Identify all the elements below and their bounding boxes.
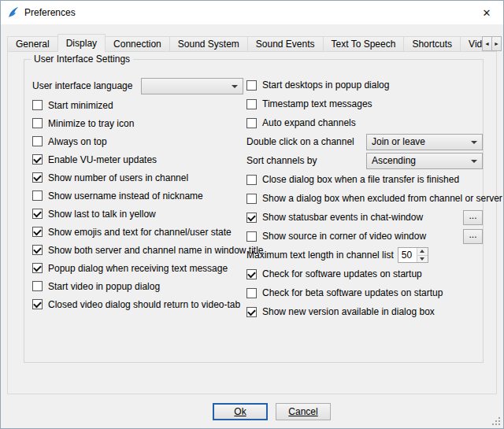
- spin-down-icon[interactable]: [417, 255, 428, 263]
- spin-up-icon[interactable]: [417, 248, 428, 255]
- checkbox-video-return-tab[interactable]: Closed video dialog should return to vid…: [32, 295, 243, 313]
- chevron-down-icon: [471, 141, 477, 144]
- max-text-length-row: Maximum text length in channel list 50: [246, 246, 483, 264]
- checkbox-label: Closed video dialog should return to vid…: [48, 299, 240, 310]
- checkbox-show-username[interactable]: Show username instead of nickname: [32, 187, 243, 205]
- spin-buttons: [417, 248, 428, 262]
- checkbox-server-channel-in-title[interactable]: Show both server and channel name in win…: [32, 241, 243, 259]
- checkbox-label: Close dialog box when a file transfer is…: [262, 174, 459, 185]
- checkbox-close-on-transfer[interactable]: Close dialog box when a file transfer is…: [246, 170, 483, 189]
- chevron-down-icon: [232, 85, 238, 88]
- checkbox-video-source-corner[interactable]: Show source in corner of video window ..…: [246, 227, 483, 246]
- checkbox-desktops-popup[interactable]: Start desktops in popup dialog: [246, 76, 483, 94]
- checkbox-box[interactable]: [32, 209, 43, 219]
- tab-display[interactable]: Display: [57, 34, 106, 52]
- checkbox-vu-meter-updates[interactable]: Enable VU-meter updates: [32, 150, 243, 168]
- checkbox-label: Start desktops in popup dialog: [262, 80, 389, 91]
- cancel-button[interactable]: Cancel: [276, 403, 331, 420]
- checkbox-box[interactable]: [32, 281, 43, 291]
- window-title: Preferences: [24, 7, 76, 18]
- checkbox-label: Show both server and channel name in win…: [48, 245, 264, 256]
- checkbox-label: Show a dialog box when excluded from cha…: [262, 193, 502, 204]
- checkbox-box[interactable]: [32, 172, 43, 183]
- checkbox-label: Show number of users in channel: [48, 172, 188, 183]
- title-bar[interactable]: Preferences ✕: [1, 1, 503, 24]
- checkbox-statusbar-events[interactable]: Show statusbar events in chat-window ...: [246, 208, 483, 227]
- checkbox-show-user-count[interactable]: Show number of users in channel: [32, 168, 243, 187]
- checkbox-box[interactable]: [32, 190, 43, 201]
- double-click-select[interactable]: Join or leave: [366, 134, 483, 150]
- checkbox-label: Popup dialog when receiving text message: [48, 263, 228, 274]
- checkbox-box[interactable]: [246, 307, 257, 317]
- tab-text-to-speech[interactable]: Text To Speech: [323, 36, 405, 52]
- checkbox-emoji-text-state[interactable]: Show emojis and text for channel/user st…: [32, 223, 243, 241]
- checkbox-minimize-to-tray[interactable]: Minimize to tray icon: [32, 114, 243, 132]
- checkbox-box[interactable]: [246, 175, 257, 185]
- checkbox-dialog-when-excluded[interactable]: Show a dialog box when excluded from cha…: [246, 189, 483, 208]
- preferences-dialog: Preferences ✕ General Display Connection…: [0, 0, 504, 429]
- tab-bar: General Display Connection Sound System …: [7, 34, 497, 52]
- checkbox-start-minimized[interactable]: Start minimized: [32, 96, 243, 114]
- checkbox-new-version-dialog[interactable]: Show new version available in dialog box: [246, 302, 483, 321]
- tab-scroll-right-icon[interactable]: ►: [491, 36, 502, 51]
- tab-general[interactable]: General: [7, 36, 58, 52]
- tab-sound-events[interactable]: Sound Events: [247, 36, 324, 52]
- ui-settings-group: User Interface Settings User interface l…: [24, 59, 484, 363]
- sort-channels-select-value: Ascending: [372, 155, 416, 166]
- checkbox-label: Always on top: [48, 136, 107, 147]
- max-text-length-value: 50: [398, 248, 417, 262]
- ok-button[interactable]: Ok: [213, 403, 268, 420]
- checkbox-box[interactable]: [246, 231, 257, 242]
- checkbox-box[interactable]: [246, 80, 257, 91]
- checkbox-label: Show source in corner of video window: [262, 231, 426, 242]
- tab-connection[interactable]: Connection: [105, 36, 170, 52]
- checkbox-box[interactable]: [246, 288, 257, 298]
- language-select[interactable]: [141, 78, 243, 94]
- checkbox-label: Minimize to tray icon: [48, 118, 134, 129]
- checkbox-label: Check for beta software updates on start…: [262, 287, 443, 298]
- display-tab-pane: User Interface Settings User interface l…: [7, 51, 497, 394]
- max-text-length-spinbox[interactable]: 50: [398, 247, 428, 263]
- checkbox-auto-expand-channels[interactable]: Auto expand channels: [246, 113, 483, 132]
- checkbox-box[interactable]: [246, 99, 257, 109]
- sort-channels-label: Sort channels by: [246, 155, 317, 166]
- checkbox-box[interactable]: [32, 100, 43, 110]
- statusbar-events-more-button[interactable]: ...: [463, 210, 483, 225]
- checkbox-label: Show emojis and text for channel/user st…: [48, 227, 232, 238]
- sort-channels-select[interactable]: Ascending: [366, 153, 483, 169]
- checkbox-box[interactable]: [246, 213, 257, 223]
- checkbox-always-on-top[interactable]: Always on top: [32, 132, 243, 150]
- checkbox-check-beta-updates[interactable]: Check for beta software updates on start…: [246, 283, 483, 302]
- tab-sound-system[interactable]: Sound System: [169, 36, 248, 52]
- checkbox-timestamp-messages[interactable]: Timestamp text messages: [246, 94, 483, 113]
- video-source-more-button[interactable]: ...: [463, 229, 483, 244]
- language-row: User interface language: [32, 76, 243, 96]
- checkbox-box[interactable]: [32, 118, 43, 128]
- checkbox-box[interactable]: [32, 245, 43, 255]
- checkbox-label: Show username instead of nickname: [48, 190, 203, 202]
- checkbox-popup-text-message[interactable]: Popup dialog when receiving text message: [32, 259, 243, 277]
- double-click-select-value: Join or leave: [372, 136, 425, 147]
- checkbox-label: Enable VU-meter updates: [48, 154, 157, 165]
- checkbox-box[interactable]: [32, 154, 43, 165]
- checkbox-box[interactable]: [246, 194, 257, 204]
- max-text-length-label: Maximum text length in channel list: [246, 250, 394, 261]
- checkbox-check-updates[interactable]: Check for software updates on startup: [246, 264, 483, 283]
- tab-shortcuts[interactable]: Shortcuts: [403, 36, 461, 52]
- checkbox-box[interactable]: [32, 136, 43, 146]
- sort-channels-row: Sort channels by Ascending: [246, 151, 483, 170]
- language-label: User interface language: [32, 80, 132, 91]
- checkbox-label: Start minimized: [48, 100, 113, 111]
- checkbox-box[interactable]: [32, 299, 43, 309]
- checkbox-box[interactable]: [32, 227, 43, 237]
- checkbox-label: Start video in popup dialog: [48, 281, 160, 292]
- checkbox-box[interactable]: [246, 269, 257, 279]
- left-column: User interface language Start minimized …: [32, 76, 243, 313]
- close-icon[interactable]: ✕: [470, 1, 503, 24]
- group-title: User Interface Settings: [31, 54, 133, 65]
- checkbox-video-popup[interactable]: Start video in popup dialog: [32, 277, 243, 295]
- checkbox-box[interactable]: [246, 118, 257, 128]
- checkbox-label: Timestamp text messages: [262, 98, 372, 109]
- checkbox-last-to-talk-yellow[interactable]: Show last to talk in yellow: [32, 205, 243, 223]
- checkbox-box[interactable]: [32, 263, 43, 273]
